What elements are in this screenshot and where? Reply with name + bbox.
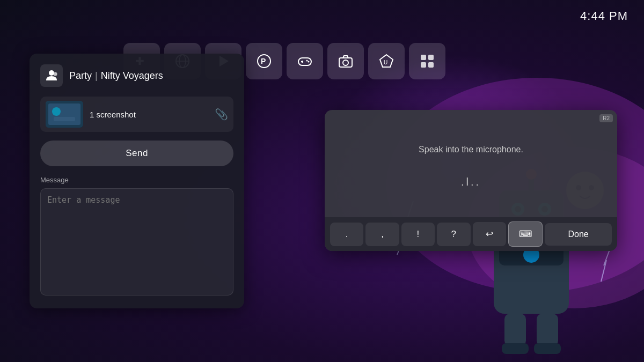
svg-point-42 xyxy=(54,72,57,76)
party-panel: Party|Nifty Voyagers 1 screenshot 📎 Send… xyxy=(30,54,244,308)
message-label: Message xyxy=(40,176,233,184)
voice-prompt: Speak into the microphone. xyxy=(419,145,523,154)
keyboard-toolbar: . , ! ? ↩ ⌨ Done xyxy=(325,217,617,251)
send-button[interactable]: Send xyxy=(40,141,233,166)
svg-rect-17 xyxy=(534,343,561,354)
voice-indicator: .l.. xyxy=(461,176,481,188)
message-input[interactable] xyxy=(40,188,233,295)
comma-button[interactable]: , xyxy=(365,223,399,246)
attachment-row: 1 screenshot 📎 xyxy=(40,97,233,132)
svg-rect-38 xyxy=(428,55,434,60)
svg-text:U: U xyxy=(384,60,387,65)
party-title: Party|Nifty Voyagers xyxy=(69,70,163,82)
svg-text:P: P xyxy=(261,57,266,65)
exclaim-button[interactable]: ! xyxy=(401,223,435,246)
keyboard-toggle-button[interactable]: ⌨ xyxy=(508,221,543,247)
r2-badge: R2 xyxy=(599,114,613,122)
clock: 4:44 PM xyxy=(580,9,628,23)
paperclip-icon[interactable]: 📎 xyxy=(215,108,228,121)
svg-point-32 xyxy=(306,60,308,62)
svg-rect-16 xyxy=(502,343,529,354)
svg-point-41 xyxy=(49,70,54,76)
gamepad-icon[interactable] xyxy=(287,43,323,79)
screenshot-label: 1 screenshot xyxy=(90,110,208,119)
question-button[interactable]: ? xyxy=(437,223,470,246)
svg-rect-14 xyxy=(504,314,526,346)
svg-rect-40 xyxy=(428,62,434,68)
svg-rect-39 xyxy=(421,62,426,68)
done-button[interactable]: Done xyxy=(545,223,612,246)
svg-point-35 xyxy=(343,60,348,65)
period-button[interactable]: . xyxy=(330,223,363,246)
svg-point-45 xyxy=(52,107,61,116)
top-bar: 4:44 PM xyxy=(0,0,644,32)
svg-point-33 xyxy=(308,61,310,63)
voice-overlay: R2 Speak into the microphone. .l.. . , !… xyxy=(325,110,617,251)
party-avatar-icon xyxy=(40,64,63,87)
camera-icon[interactable] xyxy=(327,43,364,79)
svg-rect-15 xyxy=(537,314,558,346)
party-header: Party|Nifty Voyagers xyxy=(40,64,233,87)
playstation-icon[interactable]: P xyxy=(246,43,282,79)
svg-rect-37 xyxy=(421,55,426,60)
svg-rect-46 xyxy=(54,117,75,121)
voice-content: R2 Speak into the microphone. .l.. xyxy=(325,110,617,217)
backspace-button[interactable]: ↩ xyxy=(473,222,506,246)
uncharted-icon[interactable]: U xyxy=(368,43,405,79)
grid-icon[interactable] xyxy=(409,43,445,79)
screenshot-thumbnail xyxy=(46,101,83,128)
